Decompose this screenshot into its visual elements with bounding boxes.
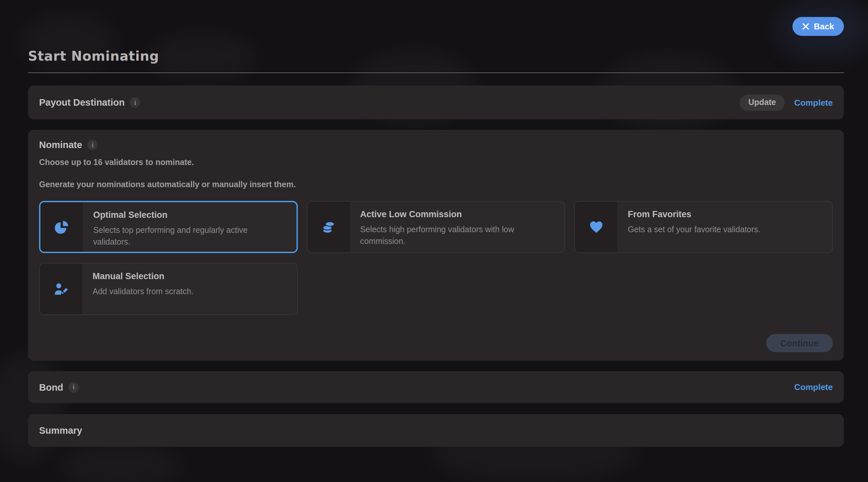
method-description: Selects high performing validators with … — [360, 224, 554, 248]
method-title: Optimal Selection — [93, 210, 286, 220]
coins-icon — [320, 219, 337, 235]
title-divider — [28, 73, 844, 73]
method-title: Active Low Commission — [360, 209, 554, 219]
method-card-active-low-commission[interactable]: Active Low Commission Selects high perfo… — [307, 201, 565, 253]
info-icon[interactable]: i — [130, 97, 141, 108]
payout-status-badge: Complete — [794, 97, 833, 107]
pie-chart-icon — [54, 219, 70, 235]
background-blur-blob — [147, 33, 257, 82]
method-icon-column — [40, 263, 82, 314]
back-button[interactable]: Back — [793, 17, 844, 36]
payout-destination-section: Payout Destination i Update Complete — [28, 85, 844, 119]
page-title: Start Nominating — [28, 48, 159, 64]
info-icon[interactable]: i — [87, 140, 98, 150]
continue-button[interactable]: Continue — [766, 334, 833, 352]
method-title: From Favorites — [628, 209, 822, 219]
start-nominating-overlay: Back Start Nominating Payout Destination… — [0, 0, 868, 482]
method-card-from-favorites[interactable]: From Favorites Gets a set of your favori… — [575, 201, 833, 253]
close-icon — [802, 23, 809, 30]
method-title: Manual Selection — [93, 271, 286, 281]
nominate-subtitle-2: Generate your nominations automatically … — [39, 180, 833, 189]
info-icon[interactable]: i — [68, 382, 79, 392]
method-icon-column — [307, 202, 350, 252]
heart-icon — [588, 219, 604, 235]
nominate-subtitle-1: Choose up to 16 validators to nominate. — [39, 158, 833, 167]
nominate-section: Nominate i Choose up to 16 validators to… — [28, 130, 844, 361]
payout-destination-title: Payout Destination — [39, 97, 125, 108]
bond-title: Bond — [39, 382, 63, 392]
nominate-title: Nominate — [39, 140, 82, 150]
nomination-methods-grid: Optimal Selection Selects top performing… — [39, 201, 833, 315]
back-button-label: Back — [814, 22, 834, 31]
bond-section: Bond i Complete — [28, 371, 844, 403]
user-edit-icon — [53, 281, 69, 297]
bond-status-badge: Complete — [794, 382, 833, 392]
method-card-optimal-selection[interactable]: Optimal Selection Selects top performing… — [39, 201, 298, 253]
summary-section: Summary — [28, 414, 844, 447]
payout-update-button[interactable]: Update — [740, 94, 784, 111]
method-card-manual-selection[interactable]: Manual Selection Add validators from scr… — [39, 263, 298, 315]
summary-title: Summary — [39, 425, 82, 436]
method-description: Add validators from scratch. — [93, 286, 286, 297]
method-icon-column — [575, 202, 617, 252]
background-blur-blob — [59, 444, 183, 482]
method-description: Gets a set of your favorite validators. — [628, 224, 822, 235]
method-icon-column — [40, 202, 83, 252]
method-description: Selects top performing and regularly act… — [93, 224, 286, 248]
